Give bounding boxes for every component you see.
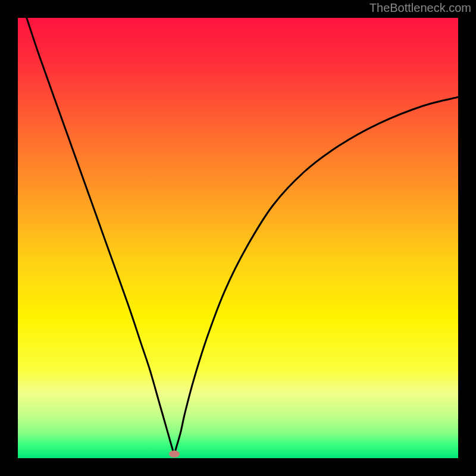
watermark-text: TheBottleneck.com <box>369 1 471 15</box>
minimum-marker <box>169 450 180 458</box>
bottleneck-curve-path <box>27 18 458 454</box>
chart-plot-area <box>18 18 458 458</box>
chart-curve <box>18 18 458 458</box>
